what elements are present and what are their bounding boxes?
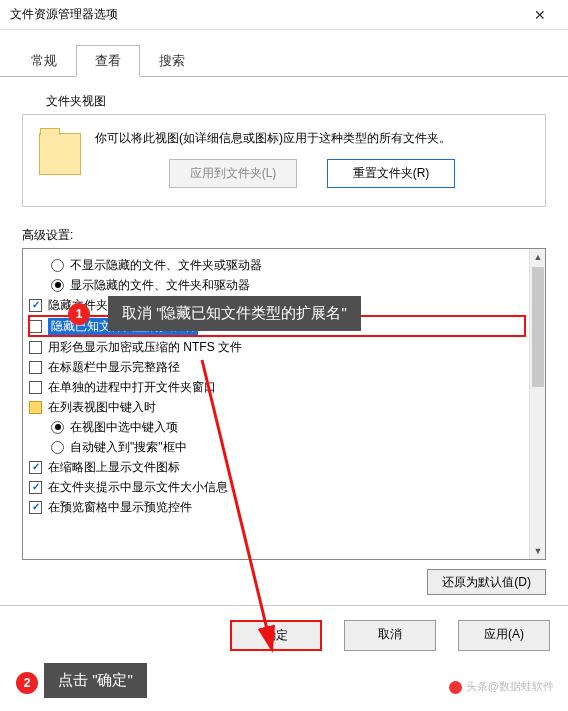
setting-row[interactable]: 在列表视图中键入时 xyxy=(29,397,545,417)
folder-node-icon xyxy=(29,401,42,414)
checkbox-icon[interactable] xyxy=(29,341,42,354)
setting-row[interactable]: 自动键入到"搜索"框中 xyxy=(29,437,545,457)
setting-label: 在单独的进程中打开文件夹窗口 xyxy=(48,379,216,396)
setting-label: 在文件夹提示中显示文件大小信息 xyxy=(48,479,228,496)
setting-row[interactable]: 不显示隐藏的文件、文件夹或驱动器 xyxy=(29,255,545,275)
setting-row[interactable]: ✓在预览窗格中显示预览控件 xyxy=(29,497,545,517)
radio-icon[interactable] xyxy=(51,279,64,292)
apply-to-folders-button: 应用到文件夹(L) xyxy=(169,159,297,188)
advanced-settings-list: 不显示隐藏的文件、文件夹或驱动器显示隐藏的文件、文件夹和驱动器✓隐藏文件夹合并冲… xyxy=(22,248,546,560)
tab-view[interactable]: 查看 xyxy=(76,45,140,77)
setting-row[interactable]: ✓在文件夹提示中显示文件大小信息 xyxy=(29,477,545,497)
setting-row[interactable]: 在单独的进程中打开文件夹窗口 xyxy=(29,377,545,397)
checkbox-icon[interactable] xyxy=(29,320,42,333)
reset-folders-button[interactable]: 重置文件夹(R) xyxy=(327,159,455,188)
folderview-group: 你可以将此视图(如详细信息或图标)应用于这种类型的所有文件夹。 应用到文件夹(L… xyxy=(22,114,546,207)
scrollbar[interactable]: ▲ ▼ xyxy=(529,249,545,559)
watermark: 头条@数据蛙软件 xyxy=(445,678,558,695)
setting-label: 在缩略图上显示文件图标 xyxy=(48,459,180,476)
setting-row[interactable]: 在视图中选中键入项 xyxy=(29,417,545,437)
setting-label: 在预览窗格中显示预览控件 xyxy=(48,499,192,516)
setting-label: 在标题栏中显示完整路径 xyxy=(48,359,180,376)
scroll-down-icon[interactable]: ▼ xyxy=(530,543,546,559)
advanced-label: 高级设置: xyxy=(22,227,546,244)
setting-label: 用彩色显示加密或压缩的 NTFS 文件 xyxy=(48,339,242,356)
setting-row[interactable]: 在标题栏中显示完整路径 xyxy=(29,357,545,377)
annotation-callout2: 点击 "确定" xyxy=(44,663,147,698)
folderview-label: 文件夹视图 xyxy=(46,93,546,110)
setting-label: 显示隐藏的文件、文件夹和驱动器 xyxy=(70,277,250,294)
annotation-step2-badge: 2 xyxy=(16,672,38,694)
setting-label: 在列表视图中键入时 xyxy=(48,399,156,416)
setting-label: 在视图中选中键入项 xyxy=(70,419,178,436)
radio-icon[interactable] xyxy=(51,259,64,272)
ok-button[interactable]: 确定 xyxy=(230,620,322,651)
setting-row[interactable]: ✓在缩略图上显示文件图标 xyxy=(29,457,545,477)
checkbox-icon[interactable]: ✓ xyxy=(29,299,42,312)
folderview-desc: 你可以将此视图(如详细信息或图标)应用于这种类型的所有文件夹。 xyxy=(95,129,529,147)
checkbox-icon[interactable]: ✓ xyxy=(29,501,42,514)
dialog-buttons: 确定 取消 应用(A) xyxy=(0,605,568,665)
setting-label: 不显示隐藏的文件、文件夹或驱动器 xyxy=(70,257,262,274)
annotation-step1-badge: 1 xyxy=(68,303,90,325)
cancel-button[interactable]: 取消 xyxy=(344,620,436,651)
watermark-logo-icon xyxy=(449,681,462,694)
radio-icon[interactable] xyxy=(51,421,64,434)
tab-search[interactable]: 搜索 xyxy=(140,45,204,77)
setting-row[interactable]: 显示隐藏的文件、文件夹和驱动器 xyxy=(29,275,545,295)
checkbox-icon[interactable] xyxy=(29,381,42,394)
content-area: 文件夹视图 你可以将此视图(如详细信息或图标)应用于这种类型的所有文件夹。 应用… xyxy=(0,77,568,591)
folder-icon xyxy=(39,133,81,175)
window-title: 文件资源管理器选项 xyxy=(10,6,118,23)
checkbox-icon[interactable]: ✓ xyxy=(29,461,42,474)
close-icon[interactable]: ✕ xyxy=(520,7,560,23)
titlebar: 文件资源管理器选项 ✕ xyxy=(0,0,568,30)
tab-general[interactable]: 常规 xyxy=(12,45,76,77)
checkbox-icon[interactable]: ✓ xyxy=(29,481,42,494)
restore-defaults-button[interactable]: 还原为默认值(D) xyxy=(427,569,546,595)
tab-strip: 常规 查看 搜索 xyxy=(0,30,568,77)
checkbox-icon[interactable] xyxy=(29,361,42,374)
apply-button[interactable]: 应用(A) xyxy=(458,620,550,651)
setting-row[interactable]: 用彩色显示加密或压缩的 NTFS 文件 xyxy=(29,337,545,357)
scroll-up-icon[interactable]: ▲ xyxy=(530,249,546,265)
setting-label: 自动键入到"搜索"框中 xyxy=(70,439,187,456)
scroll-thumb[interactable] xyxy=(532,267,544,387)
radio-icon[interactable] xyxy=(51,441,64,454)
annotation-callout1: 取消 "隐藏已知文件类型的扩展名" xyxy=(108,296,361,331)
